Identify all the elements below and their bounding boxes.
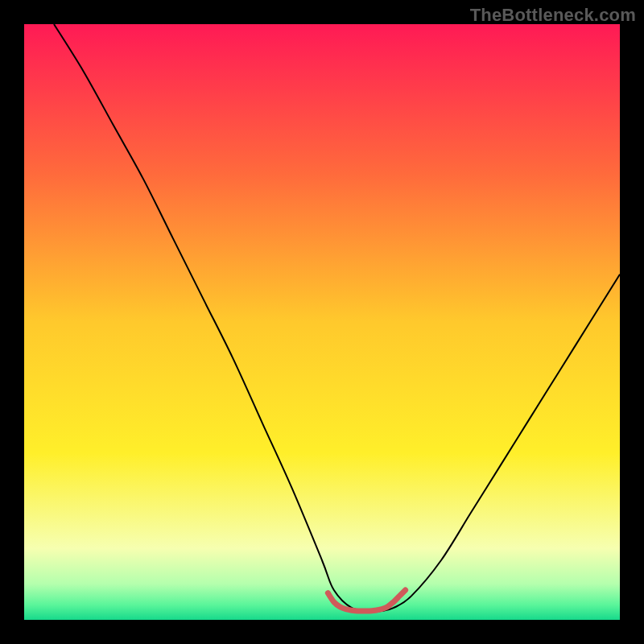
watermark-text: TheBottleneck.com	[470, 5, 636, 26]
plot-background	[24, 24, 620, 620]
bottleneck-chart	[0, 0, 644, 644]
chart-container: TheBottleneck.com	[0, 0, 644, 644]
